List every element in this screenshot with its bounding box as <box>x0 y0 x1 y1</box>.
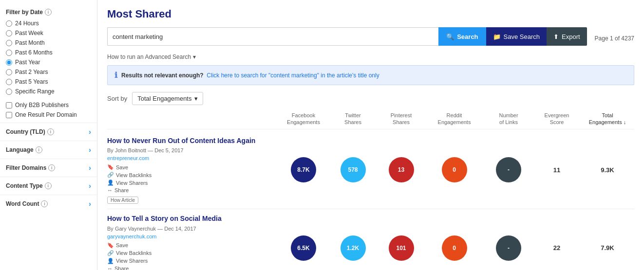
metric-pinterest-1: 13 <box>378 157 424 182</box>
metric-links-1: - <box>484 157 533 182</box>
word-count-chevron-icon: › <box>89 200 91 208</box>
share-action-1[interactable]: ↔ Share <box>107 187 272 193</box>
filter-word-count[interactable]: Word Count i › <box>0 195 97 213</box>
table-row: How to Tell a Story on Social Media By G… <box>107 209 634 270</box>
main-content: Most Shared 🔍 Search 📁 Save Search ⬆ Exp… <box>97 0 644 270</box>
filter-date-info-icon[interactable]: i <box>45 9 52 16</box>
radio-24h[interactable]: 24 Hours <box>6 18 91 28</box>
result-left-1: How to Never Run Out of Content Ideas Ag… <box>107 136 277 204</box>
share-icon-2: ↔ <box>107 266 113 270</box>
sort-chevron-icon: ▾ <box>194 95 198 102</box>
export-icon: ⬆ <box>553 33 559 40</box>
info-banner-icon: ℹ <box>114 71 117 80</box>
metric-total-2: 7.9K <box>581 244 634 252</box>
country-info-icon[interactable]: i <box>47 128 54 135</box>
col-reddit: RedditEngagements <box>426 112 482 126</box>
circle-reddit-2: 0 <box>442 235 467 261</box>
search-button[interactable]: 🔍 Search <box>438 27 486 46</box>
circle-pinterest-2: 101 <box>389 235 414 261</box>
checkbox-one-per-domain[interactable]: One Result Per Domain <box>6 110 91 120</box>
save-icon-1: 🔖 <box>107 164 114 170</box>
search-icon: 🔍 <box>446 33 454 40</box>
radio-year[interactable]: Past Year <box>6 57 91 67</box>
content-type-info-icon[interactable]: i <box>45 182 52 189</box>
circle-pinterest-1: 13 <box>389 157 414 182</box>
metric-pinterest-2: 101 <box>378 235 424 261</box>
share-action-2[interactable]: ↔ Share <box>107 266 272 270</box>
radio-6months[interactable]: Past 6 Months <box>6 48 91 57</box>
table-row: How to Never Run Out of Content Ideas Ag… <box>107 131 634 210</box>
export-button[interactable]: ⬆ Export <box>547 27 587 46</box>
word-count-info-icon[interactable]: i <box>41 200 48 207</box>
radio-5years[interactable]: Past 5 Years <box>6 77 91 87</box>
radio-2years[interactable]: Past 2 Years <box>6 67 91 77</box>
radio-week[interactable]: Past Week <box>6 28 91 38</box>
col-twitter: TwitterShares <box>330 112 376 126</box>
radio-range[interactable]: Specific Range <box>6 87 91 96</box>
checkbox-b2b[interactable]: Only B2B Publishers <box>6 100 91 110</box>
save-action-1[interactable]: 🔖 Save <box>107 164 272 170</box>
circle-twitter-1: 578 <box>341 157 366 182</box>
language-info-icon[interactable]: i <box>36 146 42 153</box>
info-banner: ℹ Results not relevant enough? Click her… <box>107 65 634 85</box>
col-title <box>107 112 277 126</box>
sharers-action-1[interactable]: 👤 View Sharers <box>107 180 272 186</box>
sharers-icon-2: 👤 <box>107 258 114 264</box>
page-title: Most Shared <box>107 8 634 20</box>
checkbox-group: Only B2B Publishers One Result Per Domai… <box>0 97 97 123</box>
circle-facebook-1: 8.7K <box>291 157 316 182</box>
sort-dropdown[interactable]: Total Engagements ▾ <box>132 92 203 105</box>
filter-content-type[interactable]: Content Type i › <box>0 177 97 195</box>
domains-info-icon[interactable]: i <box>48 164 55 171</box>
date-radio-group: 24 Hours Past Week Past Month Past 6 Mon… <box>0 18 97 97</box>
result-left-2: How to Tell a Story on Social Media By G… <box>107 214 277 270</box>
save-search-button[interactable]: 📁 Save Search <box>486 27 547 46</box>
backlinks-icon-1: 🔗 <box>107 172 114 178</box>
filter-domains[interactable]: Filter Domains i › <box>0 159 97 177</box>
result-meta-2: By Gary Vaynerchuk — Dec 14, 2017 <box>107 226 272 232</box>
dropdown-icon: ▾ <box>193 54 196 60</box>
metric-total-1: 9.3K <box>581 166 634 174</box>
share-icon-1: ↔ <box>107 187 113 193</box>
sharers-action-2[interactable]: 👤 View Sharers <box>107 258 272 264</box>
search-input[interactable] <box>107 27 438 46</box>
result-actions-2: 🔖 Save 🔗 View Backlinks 👤 View Sharers ↔… <box>107 242 272 270</box>
save-action-2[interactable]: 🔖 Save <box>107 242 272 249</box>
col-pinterest: PinterestShares <box>378 112 424 126</box>
page-indicator: Page 1 of 4237 <box>587 35 634 42</box>
filter-country-tld[interactable]: Country (TLD) i › <box>0 123 97 141</box>
save-search-icon: 📁 <box>493 33 501 40</box>
title-search-link[interactable]: Click here to search for "content market… <box>207 72 379 79</box>
result-tag-1: How Article <box>107 197 138 204</box>
advanced-search-link[interactable]: How to run an Advanced Search ▾ <box>107 54 634 60</box>
language-chevron-icon: › <box>89 146 91 154</box>
backlinks-action-1[interactable]: 🔗 View Backlinks <box>107 172 272 178</box>
metric-facebook-2: 6.5K <box>279 235 328 261</box>
domains-chevron-icon: › <box>89 164 91 172</box>
backlinks-action-2[interactable]: 🔗 View Backlinks <box>107 250 272 256</box>
metric-reddit-2: 0 <box>426 235 482 261</box>
metric-links-2: - <box>484 235 533 261</box>
result-title-1[interactable]: How to Never Run Out of Content Ideas Ag… <box>107 136 272 146</box>
metric-facebook-1: 8.7K <box>279 157 328 182</box>
save-icon-2: 🔖 <box>107 242 114 249</box>
result-domain-2[interactable]: garyvaynerchuk.com <box>107 234 272 239</box>
content-type-chevron-icon: › <box>89 182 91 190</box>
radio-month[interactable]: Past Month <box>6 38 91 48</box>
metric-reddit-1: 0 <box>426 157 482 182</box>
col-total: TotalEngagements <box>581 112 634 126</box>
sharers-icon-1: 👤 <box>107 180 114 186</box>
sidebar: Filter by Date i 24 Hours Past Week Past… <box>0 0 97 270</box>
filter-language[interactable]: Language i › <box>0 141 97 159</box>
col-evergreen: EvergreenScore <box>535 112 579 126</box>
result-actions-1: 🔖 Save 🔗 View Backlinks 👤 View Sharers ↔… <box>107 164 272 193</box>
metric-evergreen-1: 11 <box>535 166 579 174</box>
result-domain-1[interactable]: entrepreneur.com <box>107 155 272 161</box>
column-headers: FacebookEngagements TwitterShares Pinter… <box>107 110 634 129</box>
metric-evergreen-2: 22 <box>535 244 579 252</box>
circle-links-1: - <box>496 157 521 182</box>
circle-reddit-1: 0 <box>442 157 467 182</box>
result-title-2[interactable]: How to Tell a Story on Social Media <box>107 214 272 224</box>
metric-twitter-2: 1.2K <box>330 235 376 261</box>
circle-facebook-2: 6.5K <box>291 235 316 261</box>
